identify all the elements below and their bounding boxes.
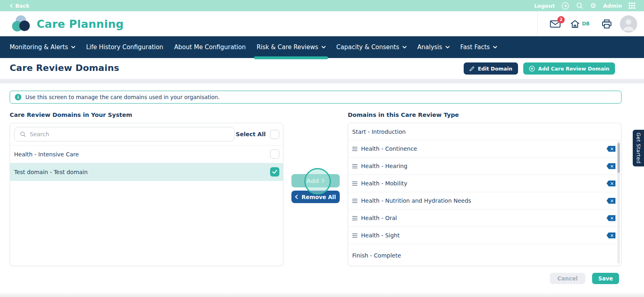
bottom-shadow — [0, 292, 644, 297]
add-care-review-domain-button[interactable]: Add Care Review Domain — [523, 62, 615, 75]
review-type-domains-panel: Start - Introduction Health - Continence… — [348, 123, 621, 266]
page-head: Care Review Domains Edit Domain Add Care… — [0, 58, 644, 79]
review-domain-item[interactable]: Health - Nutrition and Hydration Needs — [348, 192, 621, 210]
chevron-right-icon — [322, 179, 324, 183]
drag-handle-icon[interactable] — [352, 199, 357, 203]
left-panel-heading: Care Review Domains in Your System — [10, 112, 132, 118]
system-domains-panel: Select All Health - Intensive Care Test … — [10, 123, 283, 266]
main-nav: Monitoring & Alerts Life History Configu… — [0, 36, 644, 58]
check-icon — [272, 170, 277, 174]
review-domain-item[interactable]: Finish - Complete — [348, 244, 621, 266]
remove-item-button[interactable] — [607, 146, 615, 152]
back-label: Back — [15, 3, 29, 9]
domain-list-item[interactable]: Test domain - Test domain — [10, 163, 283, 181]
save-button[interactable]: Save — [592, 273, 619, 284]
drag-handle-icon[interactable] — [352, 181, 357, 186]
add-selected-button[interactable]: Add — [291, 174, 340, 187]
info-banner: i Use this screen to manage the care dom… — [10, 91, 621, 104]
divider-band — [0, 79, 644, 83]
nav-item-risk-care-reviews[interactable]: Risk & Care Reviews — [256, 36, 325, 58]
x-icon — [611, 234, 613, 237]
logout-button[interactable]: Logout — [534, 3, 555, 9]
remove-item-button[interactable] — [607, 198, 615, 204]
cancel-button[interactable]: Cancel — [550, 273, 585, 284]
app-title: Care Planning — [37, 18, 124, 30]
nav-item-about-me-configuration[interactable]: About Me Configuration — [174, 36, 246, 58]
info-message: Use this screen to manage the care domai… — [25, 94, 220, 100]
info-icon: i — [15, 94, 21, 100]
review-domain-item[interactable]: Health - Continence — [348, 140, 621, 158]
nav-item-life-history-configuration[interactable]: Life History Configuration — [86, 36, 163, 58]
nav-item-capacity-consents[interactable]: Capacity & Consents — [336, 36, 407, 58]
care-planning-logo-icon — [12, 15, 31, 32]
review-domain-item[interactable]: Health - Mobility — [348, 175, 621, 192]
nav-item-monitoring-alerts[interactable]: Monitoring & Alerts — [10, 36, 75, 58]
print-button[interactable] — [602, 19, 612, 29]
gear-icon[interactable]: ⚙ — [590, 2, 596, 9]
select-all-checkbox[interactable] — [270, 130, 279, 139]
nav-item-fast-facts[interactable]: Fast Facts — [460, 36, 497, 58]
search-icon — [20, 131, 26, 137]
brand: Care Planning — [12, 15, 124, 32]
x-icon — [611, 199, 613, 202]
plus-circle-icon — [529, 66, 535, 72]
footer-actions: Cancel Save — [550, 273, 619, 284]
system-domains-list: Health - Intensive Care Test domain - Te… — [10, 145, 283, 181]
drag-handle-icon[interactable] — [352, 216, 357, 220]
remove-all-button[interactable]: Remove All — [291, 191, 340, 203]
care-planning-app: Back Logout ⚙ Admin Care Planning — [0, 0, 644, 297]
remove-item-button[interactable] — [607, 215, 615, 221]
apps-grid-icon[interactable] — [629, 2, 635, 9]
admin-menu[interactable]: Admin — [603, 3, 622, 9]
edit-domain-button[interactable]: Edit Domain — [464, 62, 518, 75]
search-icon[interactable] — [576, 2, 583, 9]
environment-label: DB — [582, 21, 590, 27]
home-button[interactable] — [570, 20, 580, 28]
item-checkbox[interactable] — [270, 167, 279, 177]
drag-handle-icon[interactable] — [352, 164, 357, 168]
chevron-down-icon — [402, 46, 407, 48]
app-header: Care Planning 2 DB — [0, 11, 644, 36]
transfer-controls: Add Remove All — [291, 174, 340, 203]
profile-button[interactable] — [620, 15, 637, 33]
drag-handle-icon[interactable] — [352, 233, 357, 238]
chevron-down-icon — [446, 46, 450, 48]
messages-button[interactable]: 2 — [550, 20, 561, 28]
review-domain-item[interactable]: Health - Hearing — [348, 158, 621, 175]
x-icon — [611, 147, 613, 150]
chevron-left-icon — [295, 195, 298, 199]
right-list-scrollbar[interactable] — [617, 141, 620, 264]
search-row: Select All — [10, 123, 283, 145]
x-icon — [611, 182, 613, 185]
domain-list-item[interactable]: Health - Intensive Care — [10, 145, 283, 163]
get-started-tab[interactable]: Get Started — [633, 130, 644, 166]
chevron-left-icon — [10, 4, 13, 8]
right-panel-heading: Domains in this Care Review Type — [348, 112, 459, 118]
search-box[interactable] — [14, 127, 235, 141]
remove-item-button[interactable] — [607, 163, 615, 169]
printer-icon — [602, 19, 612, 29]
home-icon — [570, 20, 580, 28]
back-button[interactable]: Back — [10, 3, 29, 9]
chevron-down-icon — [322, 46, 326, 48]
pencil-icon — [469, 66, 475, 71]
page-title: Care Review Domains — [10, 63, 119, 73]
remove-item-button[interactable] — [607, 181, 615, 187]
utility-bar: Back Logout ⚙ Admin — [0, 0, 644, 11]
logout-icon[interactable] — [561, 2, 569, 10]
scrollbar-thumb[interactable] — [617, 143, 620, 173]
x-icon — [611, 217, 613, 220]
select-all-label: Select All — [236, 131, 266, 137]
mail-badge: 2 — [557, 16, 565, 23]
chevron-down-icon — [71, 46, 75, 48]
drag-handle-icon[interactable] — [352, 147, 357, 151]
x-icon — [611, 165, 613, 168]
review-domain-item[interactable]: Health - Oral — [348, 210, 621, 227]
avatar — [620, 15, 637, 33]
review-domain-item[interactable]: Health - Sight — [348, 227, 621, 244]
item-checkbox[interactable] — [270, 150, 279, 159]
search-input[interactable] — [30, 131, 229, 137]
review-domain-item[interactable]: Start - Introduction — [348, 123, 621, 140]
nav-item-analysis[interactable]: Analysis — [417, 36, 450, 58]
remove-item-button[interactable] — [607, 233, 615, 239]
